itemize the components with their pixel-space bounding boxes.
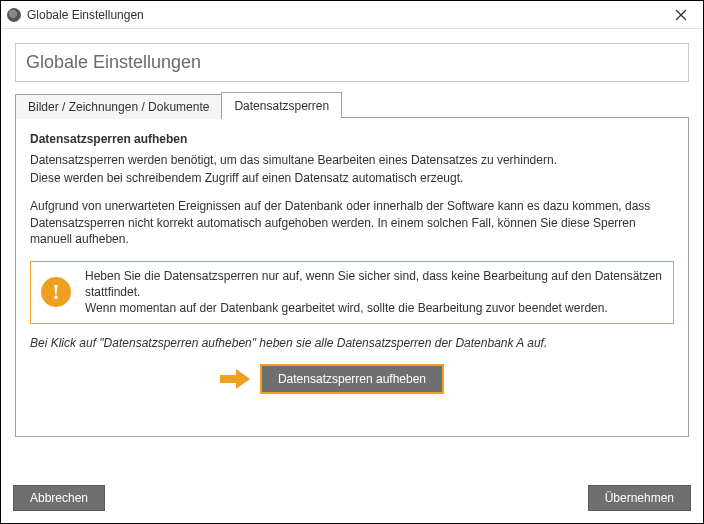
- instruction-text: Bei Klick auf "Datensatzsperren aufheben…: [30, 336, 674, 350]
- tab-bilder[interactable]: Bilder / Zeichnungen / Dokumente: [15, 94, 222, 119]
- tab-label: Datensatzsperren: [234, 99, 329, 113]
- warning-icon: !: [41, 277, 71, 307]
- tab-label: Bilder / Zeichnungen / Dokumente: [28, 100, 209, 114]
- warning-box: ! Heben Sie die Datensatzsperren nur auf…: [30, 261, 674, 324]
- tab-datensatzsperren[interactable]: Datensatzsperren: [221, 92, 342, 118]
- app-icon: [7, 8, 21, 22]
- close-icon: [675, 9, 687, 21]
- arrow-icon: [220, 369, 250, 389]
- close-button[interactable]: [667, 1, 695, 29]
- page-header: Globale Einstellungen: [15, 43, 689, 82]
- tabstrip: Bilder / Zeichnungen / Dokumente Datensa…: [15, 92, 689, 118]
- section-text: Diese werden bei schreibendem Zugriff au…: [30, 170, 674, 186]
- dialog-footer: Abbrechen Übernehmen: [13, 485, 691, 511]
- content: Globale Einstellungen Bilder / Zeichnung…: [1, 29, 703, 523]
- cancel-button[interactable]: Abbrechen: [13, 485, 105, 511]
- titlebar: Globale Einstellungen: [1, 1, 703, 29]
- window-title: Globale Einstellungen: [27, 8, 667, 22]
- warning-line: Wenn momentan auf der Datenbank gearbeit…: [85, 300, 663, 316]
- page-title: Globale Einstellungen: [26, 52, 678, 73]
- section-text: Datensatzsperren werden benötigt, um das…: [30, 152, 674, 168]
- warning-text: Heben Sie die Datensatzsperren nur auf, …: [85, 268, 663, 317]
- section-heading: Datensatzsperren aufheben: [30, 132, 674, 146]
- section-text: Aufgrund von unerwarteten Ereignissen au…: [30, 198, 674, 247]
- apply-button[interactable]: Übernehmen: [588, 485, 691, 511]
- warning-line: Heben Sie die Datensatzsperren nur auf, …: [85, 268, 663, 300]
- action-row: Datensatzsperren aufheben: [30, 364, 674, 394]
- tab-panel: Datensatzsperren aufheben Datensatzsperr…: [15, 117, 689, 437]
- unlock-records-button[interactable]: Datensatzsperren aufheben: [260, 364, 444, 394]
